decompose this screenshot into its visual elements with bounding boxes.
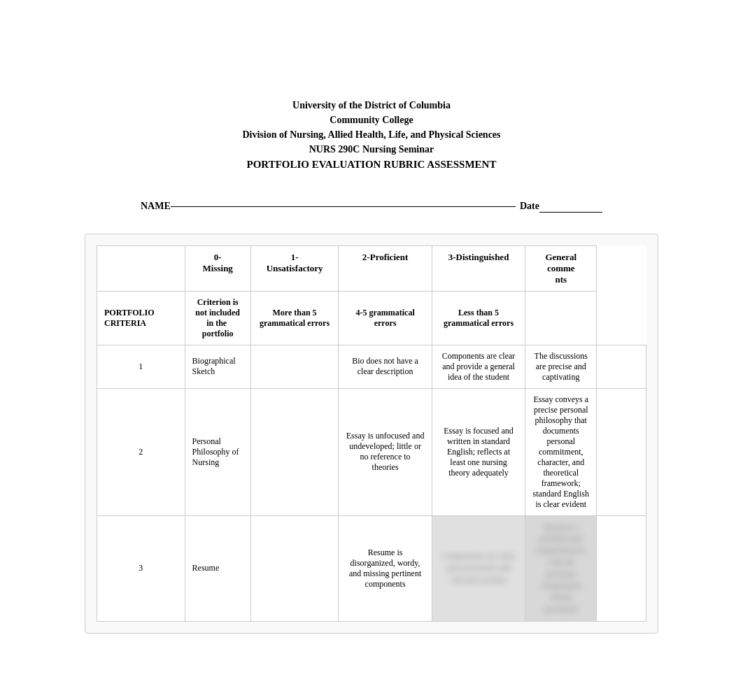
subheader-dist: Less than 5 grammatical errors bbox=[432, 291, 525, 345]
row3-num: 3 bbox=[97, 515, 185, 621]
col-header-criteria bbox=[97, 245, 185, 291]
row1-num: 1 bbox=[97, 345, 185, 388]
rubric-container: 0-Missing 1-Unsatisfactory 2-Proficient … bbox=[85, 234, 658, 634]
subheader-unsat: More than 5 grammatical errors bbox=[250, 291, 339, 345]
name-date-line: NAME Date bbox=[141, 201, 602, 213]
subheader-missing: Criterion is not included in the portfol… bbox=[185, 291, 250, 345]
header-line5: PORTFOLIO EVALUATION RUBRIC ASSESSMENT bbox=[242, 157, 500, 173]
table-row: 1 Biographical Sketch Bio does not have … bbox=[97, 345, 646, 388]
col-header-unsat: 1-Unsatisfactory bbox=[250, 245, 339, 291]
name-underline bbox=[171, 206, 516, 207]
row2-dist: Essay conveys a precise personal philoso… bbox=[525, 388, 597, 515]
row1-prof: Components are clear and provide a gener… bbox=[432, 345, 525, 388]
col-header-prof: 2-Proficient bbox=[339, 245, 432, 291]
subheader-comments bbox=[525, 291, 597, 345]
header-line1: University of the District of Columbia bbox=[242, 98, 500, 113]
row3-prof: Components are clear and structured with… bbox=[432, 515, 525, 621]
row2-prof: Essay is focused and written in standard… bbox=[432, 388, 525, 515]
row1-dist: The discussions are precise and captivat… bbox=[525, 345, 597, 388]
document-header: University of the District of Columbia C… bbox=[242, 98, 500, 173]
table-row: 2 Personal Philosophy of Nursing Essay i… bbox=[97, 388, 646, 515]
row1-missing bbox=[250, 345, 339, 388]
rubric-table: 0-Missing 1-Unsatisfactory 2-Proficient … bbox=[97, 245, 646, 622]
row3-comments bbox=[597, 515, 646, 621]
row3-dist: Resume is polished and comprehensive wit… bbox=[525, 515, 597, 621]
col-header-comments: Generalcomments bbox=[525, 245, 597, 291]
row2-comments bbox=[597, 388, 646, 515]
subheader-prof: 4-5 grammatical errors bbox=[339, 291, 432, 345]
date-label: Date bbox=[520, 201, 539, 212]
row3-criteria: Resume bbox=[185, 515, 250, 621]
page: University of the District of Columbia C… bbox=[0, 0, 743, 700]
row1-unsat: Bio does not have a clear description bbox=[339, 345, 432, 388]
col-header-missing: 0-Missing bbox=[185, 245, 250, 291]
header-line2: Community College bbox=[242, 113, 500, 127]
subheader-row: PORTFOLIOCRITERIA Criterion is not inclu… bbox=[97, 291, 646, 345]
table-row: 3 Resume Resume is disorganized, wordy, … bbox=[97, 515, 646, 621]
row2-missing bbox=[250, 388, 339, 515]
row3-unsat: Resume is disorganized, wordy, and missi… bbox=[339, 515, 432, 621]
row2-criteria: Personal Philosophy of Nursing bbox=[185, 388, 250, 515]
name-label: NAME bbox=[141, 201, 171, 212]
header-line3: Division of Nursing, Allied Health, Life… bbox=[242, 127, 500, 142]
row3-missing bbox=[250, 515, 339, 621]
col-header-dist: 3-Distinguished bbox=[432, 245, 525, 291]
header-row: 0-Missing 1-Unsatisfactory 2-Proficient … bbox=[97, 245, 646, 291]
row1-criteria: Biographical Sketch bbox=[185, 345, 250, 388]
row2-num: 2 bbox=[97, 388, 185, 515]
subheader-criteria: PORTFOLIOCRITERIA bbox=[97, 291, 185, 345]
row2-unsat: Essay is unfocused and undeveloped; litt… bbox=[339, 388, 432, 515]
row1-comments bbox=[597, 345, 646, 388]
date-underline bbox=[539, 201, 602, 213]
header-line4: NURS 290C Nursing Seminar bbox=[242, 142, 500, 157]
